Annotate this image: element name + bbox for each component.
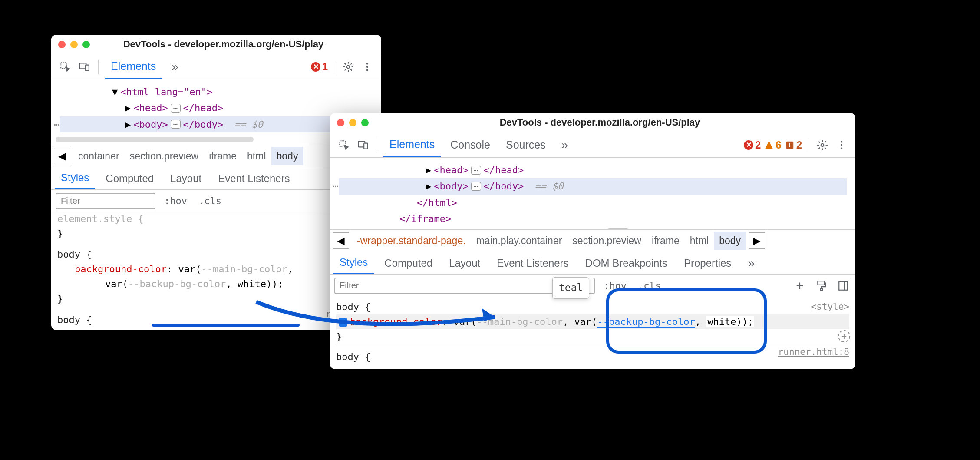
collapse-badge[interactable]: ⋯ — [171, 104, 181, 113]
property-checkbox[interactable]: ✓ — [339, 318, 347, 327]
line-overflow-icon: ⋯ — [333, 178, 338, 194]
device-toggle-icon[interactable] — [76, 59, 92, 75]
info-count: 2 — [796, 139, 802, 151]
paint-icon[interactable] — [814, 278, 829, 294]
subtabs-more[interactable]: » — [742, 252, 761, 275]
dom-body-tag[interactable]: <body> — [434, 178, 468, 194]
tab-console[interactable]: Console — [444, 133, 496, 156]
dom-html-close[interactable]: </html> — [417, 195, 457, 211]
dom-iframe-close[interactable]: </iframe> — [399, 211, 451, 227]
flex-badge[interactable]: flex — [605, 228, 631, 229]
kebab-menu-icon[interactable] — [360, 59, 375, 75]
hov-toggle[interactable]: :hov — [162, 194, 190, 208]
warning-count: 6 — [775, 139, 781, 151]
close-window[interactable] — [58, 41, 66, 48]
dom-head-tag[interactable]: <head> — [434, 162, 468, 178]
breadcrumb-prev[interactable]: ◀ — [54, 148, 70, 164]
devtools-window-right: DevTools - developer.mozilla.org/en-US/p… — [330, 113, 855, 369]
minimize-window[interactable] — [70, 41, 78, 48]
settings-icon[interactable] — [340, 59, 356, 75]
crumb-body[interactable]: body — [714, 232, 746, 250]
css-selector[interactable]: body { — [336, 300, 849, 314]
settings-icon[interactable] — [815, 137, 830, 153]
styles-pane[interactable]: <style> body { ✓background-color: var(--… — [330, 297, 855, 367]
toolbar-more-tabs[interactable]: » — [165, 55, 185, 79]
crumb-iframe[interactable]: iframe — [647, 232, 685, 250]
cls-toggle[interactable]: .cls — [635, 278, 663, 293]
svg-point-15 — [841, 141, 842, 142]
css-var-2[interactable]: --backup-bg-color — [128, 278, 226, 289]
subtab-dom-breakpoints[interactable]: DOM Breakpoints — [579, 253, 673, 274]
subtab-layout[interactable]: Layout — [164, 168, 208, 189]
devtools-toolbar: Elements Console Sources » ✕2 6 ! 2 — [330, 132, 855, 158]
css-var-1[interactable]: --main-bg-color — [476, 316, 563, 327]
crumb-html[interactable]: html — [685, 232, 714, 250]
subtab-properties[interactable]: Properties — [678, 253, 737, 274]
fullscreen-window[interactable] — [82, 41, 90, 48]
kebab-menu-icon[interactable] — [834, 137, 849, 153]
inspect-element-icon[interactable] — [57, 59, 73, 75]
crumb-wrapper[interactable]: -wrapper.standard-page. — [352, 232, 471, 250]
dom-tree[interactable]: ▶<head>⋯</head> ⋯▶<body>⋯</body> == $0 <… — [330, 158, 855, 229]
crumb-main[interactable]: main.play.container — [471, 232, 568, 250]
titlebar: DevTools - developer.mozilla.org/en-US/p… — [51, 35, 381, 54]
crumb-section[interactable]: section.preview — [567, 232, 647, 250]
subtab-layout[interactable]: Layout — [443, 253, 486, 274]
subtab-computed[interactable]: Computed — [378, 253, 439, 274]
window-controls — [337, 119, 369, 126]
css-property[interactable]: background-color — [350, 316, 442, 327]
subtab-computed[interactable]: Computed — [99, 168, 160, 189]
css-var-1[interactable]: --main-bg-color — [201, 264, 287, 275]
minimize-window[interactable] — [349, 119, 356, 126]
breadcrumb-next[interactable]: ▶ — [749, 232, 765, 249]
computed-panel-icon[interactable] — [835, 278, 851, 294]
error-count: 1 — [322, 61, 328, 73]
info-badge[interactable]: ! 2 — [785, 139, 802, 151]
tab-sources[interactable]: Sources — [500, 133, 552, 156]
css-selector[interactable]: body { — [57, 247, 375, 262]
titlebar: DevTools - developer.mozilla.org/en-US/p… — [330, 113, 855, 132]
warning-badge[interactable]: 6 — [764, 139, 781, 151]
css-selector-2[interactable]: body { — [336, 350, 849, 364]
crumb-container[interactable]: container — [73, 147, 125, 165]
tab-elements[interactable]: Elements — [105, 55, 162, 79]
cls-toggle[interactable]: .cls — [196, 194, 224, 208]
hov-toggle[interactable]: :hov — [601, 278, 629, 293]
subtab-styles[interactable]: Styles — [55, 167, 95, 189]
subtab-event-listeners[interactable]: Event Listeners — [491, 253, 574, 274]
fullscreen-window[interactable] — [361, 119, 369, 126]
css-property[interactable]: background-color — [75, 264, 167, 275]
fallback-value[interactable]: white)); — [706, 316, 754, 327]
crumb-body[interactable]: body — [271, 147, 304, 165]
styles-filter-bar: :hov .cls + — [330, 275, 855, 297]
svg-point-4 — [366, 63, 368, 64]
annotation-underline — [152, 324, 300, 327]
error-badge[interactable]: ✕1 — [311, 61, 328, 73]
source-link-2[interactable]: runner.html:8 — [778, 345, 849, 359]
new-rule-icon[interactable]: + — [792, 278, 808, 294]
line-overflow-icon: ⋯ — [54, 116, 59, 132]
subtab-event-listeners[interactable]: Event Listeners — [212, 168, 296, 189]
crumb-section[interactable]: section.preview — [125, 147, 204, 165]
dom-head-tag[interactable]: <head> — [133, 100, 168, 116]
subtab-styles[interactable]: Styles — [333, 252, 374, 274]
css-var-link[interactable]: --backup-bg-color — [597, 316, 695, 328]
crumb-iframe[interactable]: iframe — [204, 147, 242, 165]
crumb-html[interactable]: html — [242, 147, 271, 165]
close-window[interactable] — [337, 119, 344, 126]
dom-body-tag[interactable]: <body> — [133, 116, 168, 132]
horizontal-scrollbar[interactable] — [56, 137, 254, 142]
window-title: DevTools - developer.mozilla.org/en-US/p… — [99, 39, 348, 50]
svg-point-17 — [841, 147, 842, 149]
add-property-icon[interactable]: + — [838, 330, 850, 342]
error-badge[interactable]: ✕2 — [744, 139, 761, 151]
inspect-element-icon[interactable] — [336, 137, 352, 153]
toolbar-more-tabs[interactable]: » — [555, 133, 574, 157]
styles-filter-input[interactable] — [56, 193, 155, 209]
element-style-rule[interactable]: element.style { — [57, 212, 375, 226]
dom-html-tag[interactable]: <html lang="en"> — [120, 84, 212, 100]
device-toggle-icon[interactable] — [355, 137, 371, 153]
tab-elements[interactable]: Elements — [383, 133, 441, 157]
breadcrumb-prev[interactable]: ◀ — [333, 232, 349, 249]
source-link[interactable]: <style> — [811, 300, 849, 314]
